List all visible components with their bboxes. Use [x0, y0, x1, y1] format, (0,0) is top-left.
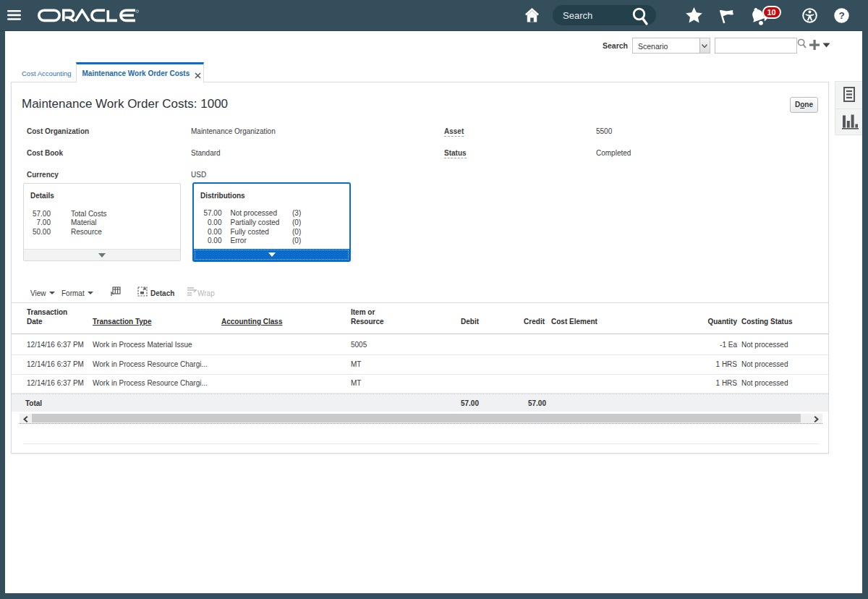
svg-text:?: ? — [838, 10, 844, 21]
